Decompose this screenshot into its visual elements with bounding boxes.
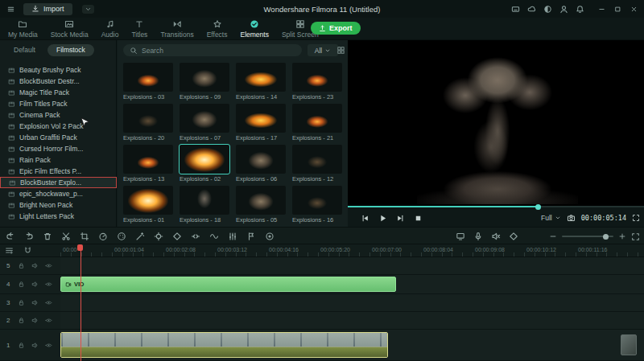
pack-item[interactable]: epic_shockwave_p...: [0, 188, 117, 199]
keyframe-button[interactable]: [172, 232, 182, 241]
import-button[interactable]: Import: [23, 3, 72, 15]
element-item[interactable]: Explosions - 05: [236, 186, 286, 224]
track-lane[interactable]: [60, 330, 644, 361]
magnet-button[interactable]: [23, 246, 32, 255]
pack-item[interactable]: Light Letters Pack: [0, 211, 117, 222]
search-input[interactable]: [142, 47, 295, 55]
track-lane[interactable]: VID: [60, 275, 644, 294]
element-item[interactable]: Explosions - 02: [180, 145, 229, 183]
color-button[interactable]: [117, 232, 126, 241]
element-item[interactable]: Explosions - 18: [180, 186, 229, 224]
eye-toggle[interactable]: [45, 317, 52, 324]
export-button[interactable]: Export: [311, 22, 361, 35]
app-menu-button[interactable]: [6, 5, 15, 14]
pack-item[interactable]: Film Titles Pack: [0, 98, 117, 109]
fit-timeline-button[interactable]: [631, 232, 640, 241]
pack-item[interactable]: Explosion Vol 2 Pack: [0, 121, 117, 132]
element-item[interactable]: Explosions - 16: [292, 186, 342, 224]
prev-frame-button[interactable]: [361, 214, 369, 223]
snapshot-button[interactable]: [567, 214, 576, 223]
pack-item[interactable]: BlockBuster Destr...: [0, 76, 117, 87]
element-item[interactable]: Explosions - 01: [123, 186, 173, 224]
pack-item[interactable]: Cursed Horror Film...: [0, 143, 117, 154]
playhead-handle[interactable]: [77, 244, 83, 251]
voiceover-button[interactable]: [473, 232, 483, 241]
playhead[interactable]: [80, 244, 82, 361]
element-item[interactable]: Explosions - 23: [292, 63, 342, 101]
lock-toggle[interactable]: [18, 299, 25, 306]
ducking-button[interactable]: [209, 232, 219, 241]
grid-view-button[interactable]: [336, 46, 345, 55]
scissors-button[interactable]: [61, 232, 71, 241]
next-frame-button[interactable]: [396, 214, 405, 223]
speaker-toggle[interactable]: [31, 262, 39, 269]
pack-item[interactable]: Magic Title Pack: [0, 87, 117, 98]
preview-seekbar[interactable]: [348, 206, 644, 207]
track-lane[interactable]: [60, 312, 644, 330]
element-item[interactable]: Explosions - 17: [236, 104, 286, 142]
pack-item[interactable]: Beauty Brushy Pack: [0, 64, 117, 76]
timeline-clip-video[interactable]: [60, 332, 388, 358]
maximize-button[interactable]: [614, 6, 621, 13]
record-button[interactable]: [265, 232, 275, 241]
clip-thumbnail-fragment[interactable]: [621, 334, 637, 355]
silence-detect-button[interactable]: [491, 232, 501, 241]
zoom-slider-handle[interactable]: [603, 234, 609, 240]
redo-button[interactable]: [24, 232, 34, 241]
eye-toggle[interactable]: [45, 281, 52, 288]
trash-button[interactable]: [43, 232, 52, 241]
import-options-button[interactable]: [82, 5, 94, 14]
speed-button[interactable]: [98, 232, 108, 241]
mixer-button[interactable]: [228, 232, 237, 241]
manage-tracks-button[interactable]: [5, 246, 14, 255]
tab-audio[interactable]: Audio: [95, 18, 126, 39]
marker-button[interactable]: [246, 232, 256, 241]
device-preview-button[interactable]: [456, 232, 465, 241]
zoom-in-button[interactable]: [618, 232, 626, 240]
green-screen-button[interactable]: [135, 232, 145, 241]
element-item[interactable]: Explosions - 14: [236, 63, 286, 101]
speaker-toggle[interactable]: [31, 342, 39, 349]
pack-item[interactable]: Rain Pack: [0, 154, 117, 166]
zoom-out-button[interactable]: [549, 232, 557, 240]
notification-button[interactable]: [576, 5, 584, 14]
lock-toggle[interactable]: [18, 317, 25, 324]
track-lane[interactable]: [60, 257, 644, 275]
stretch-button[interactable]: [191, 232, 200, 241]
lock-toggle[interactable]: [18, 342, 25, 349]
element-item[interactable]: Explosions - 06: [236, 145, 286, 183]
tab-effects[interactable]: Effects: [200, 18, 234, 39]
tab-transitions[interactable]: Transitions: [154, 18, 200, 39]
sidebar-tab-filmstock[interactable]: Filmstock: [47, 44, 94, 56]
keyframe-view-button[interactable]: [509, 232, 518, 241]
speaker-toggle[interactable]: [31, 317, 39, 324]
sidebar-tab-default[interactable]: Default: [5, 44, 44, 56]
timeline-clip-overlay[interactable]: VID: [60, 277, 396, 292]
track-lane[interactable]: [60, 294, 644, 312]
tab-my-media[interactable]: My Media: [2, 18, 44, 39]
pack-item[interactable]: Bright Neon Pack: [0, 199, 117, 211]
eye-toggle[interactable]: [45, 299, 52, 306]
speaker-toggle[interactable]: [31, 299, 39, 306]
search-box[interactable]: [123, 44, 302, 56]
tab-stock-media[interactable]: Stock Media: [44, 18, 95, 39]
motion-track-button[interactable]: [154, 232, 163, 241]
element-item[interactable]: Explosions - 13: [123, 145, 173, 183]
element-item[interactable]: Explosions - 12: [292, 145, 342, 183]
element-item[interactable]: Explosions - 09: [180, 63, 229, 101]
element-item[interactable]: Explosions - 20: [123, 104, 173, 142]
account-button[interactable]: [559, 5, 568, 14]
eye-toggle[interactable]: [45, 262, 52, 269]
preview-video[interactable]: [348, 40, 644, 207]
pack-item[interactable]: Epic Film Effects P...: [0, 166, 117, 177]
close-button[interactable]: [630, 6, 638, 13]
cloud-button[interactable]: [527, 5, 536, 14]
play-button[interactable]: [378, 214, 387, 223]
pack-item[interactable]: BlockBuster Explo...: [0, 177, 117, 188]
zoom-slider[interactable]: [562, 236, 613, 237]
crop-button[interactable]: [80, 232, 89, 241]
undo-button[interactable]: [6, 232, 15, 241]
element-item[interactable]: Explosions - 21: [292, 104, 342, 142]
shortcut-button[interactable]: [511, 5, 520, 14]
lock-toggle[interactable]: [18, 281, 25, 288]
